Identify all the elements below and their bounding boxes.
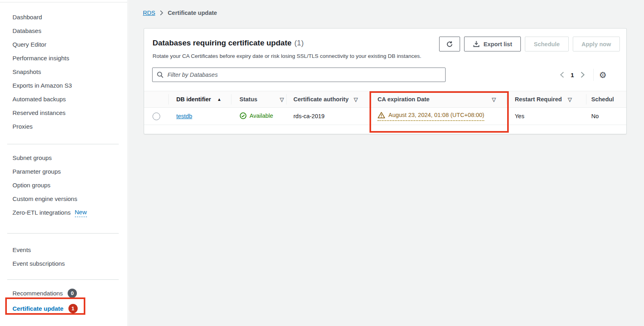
sidebar-item-label: Zero-ETL integrations [12,206,71,219]
panel-description: Rotate your CA Certificates before expir… [153,53,421,59]
previous-page-button[interactable] [557,70,568,80]
column-header-restart-required[interactable]: Restart Required ▽ [506,91,586,108]
breadcrumb-current: Certificate update [168,10,217,16]
sidebar-top-divider [0,2,127,2]
sidebar-item-event-subscriptions[interactable]: Event subscriptions [0,257,127,271]
filter-bar [152,68,446,82]
expiration-text: August 23, 2024, 01:08 (UTC+08:00) [388,112,484,118]
sidebar-item-reserved-instances[interactable]: Reserved instances [0,106,127,120]
column-label: CA expiration Date [378,96,429,103]
sidebar-divider [7,279,119,280]
chevron-right-icon [580,72,585,78]
column-label: Restart Required [515,96,562,103]
status-cell: Available [239,112,273,119]
sidebar-item-automated-backups[interactable]: Automated backups [0,92,127,106]
warning-icon [378,112,385,119]
sidebar-item-performance-insights[interactable]: Performance insights [0,51,127,65]
export-list-label: Export list [483,41,512,47]
search-icon [157,71,164,78]
column-label: Schedul [591,96,614,103]
certificate-authority-cell: rds-ca-2019 [286,113,369,119]
sidebar-item-events[interactable]: Events [0,243,127,257]
next-page-button[interactable] [577,70,588,80]
restart-required-cell: Yes [506,113,586,119]
sort-ascending-icon: ▲ [217,97,221,102]
sort-icon: ▽ [354,96,358,103]
sidebar-item-proxies[interactable]: Proxies [0,120,127,133]
sidebar-item-snapshots[interactable]: Snapshots [0,65,127,79]
table-settings-gear-icon[interactable]: ⚙ [599,71,607,79]
main-content: RDS Certificate update Databases requiri… [128,0,644,326]
column-label: Certificate authority [293,96,349,103]
new-badge[interactable]: New [75,208,87,217]
db-identifier-link[interactable]: testdb [176,113,192,119]
sidebar-divider [7,144,119,144]
sidebar-item-recommendations[interactable]: Recommendations 0 [0,286,127,300]
filter-input[interactable] [152,68,446,82]
table-row: testdb Available rds-ca-2019 [144,108,626,125]
sidebar-item-subnet-groups[interactable]: Subnet groups [0,151,127,165]
panel-actions: Export list Schedule Apply now [439,37,620,51]
certificate-update-count-badge: 1 [68,304,78,313]
sidebar-item-zero-etl-integrations[interactable]: Zero-ETL integrations New [0,206,127,219]
scheduled-cell: No [586,113,626,119]
breadcrumb: RDS Certificate update [143,10,217,16]
sort-icon: ▽ [568,96,572,103]
page-number[interactable]: 1 [571,72,574,78]
sidebar-item-certificate-update[interactable]: Certificate update 1 [0,300,127,317]
column-header-db-identifier[interactable]: DB identifier ▲ [168,91,231,108]
sidebar-item-query-editor[interactable]: Query Editor [0,38,127,51]
sidebar-item-option-groups[interactable]: Option groups [0,178,127,192]
certificate-update-panel: Databases requiring certificate update(1… [144,28,627,134]
sidebar-item-label: Recommendations [12,290,63,297]
refresh-icon [446,41,453,48]
panel-count: (1) [294,39,303,47]
select-all-column [144,91,168,108]
pagination: 1 ⚙ [557,68,607,82]
ca-expiration-cell[interactable]: August 23, 2024, 01:08 (UTC+08:00) [378,112,484,121]
sidebar-divider [7,233,119,234]
breadcrumb-rds-link[interactable]: RDS [143,10,155,16]
sidebar-item-parameter-groups[interactable]: Parameter groups [0,165,127,178]
sort-icon: ▽ [492,96,496,103]
apply-now-button[interactable]: Apply now [573,37,620,51]
schedule-button[interactable]: Schedule [525,37,568,51]
chevron-left-icon [560,72,564,78]
breadcrumb-chevron-icon [160,10,163,16]
status-text: Available [250,113,273,119]
refresh-button[interactable] [439,37,460,51]
column-header-scheduled[interactable]: Schedul [586,91,626,108]
sidebar: Dashboard Databases Query Editor Perform… [0,0,128,326]
column-header-status[interactable]: Status ▽ [231,91,286,108]
check-circle-icon [239,112,247,119]
sidebar-item-exports-s3[interactable]: Exports in Amazon S3 [0,79,127,92]
recommendations-count-badge: 0 [68,289,77,298]
databases-table: DB identifier ▲ Status ▽ Certificate aut… [144,91,626,125]
sidebar-nav: Dashboard Databases Query Editor Perform… [0,10,127,317]
download-icon [473,41,480,47]
sort-icon: ▽ [280,96,284,103]
panel-title-text: Databases requiring certificate update [153,39,291,47]
row-select-radio[interactable] [153,113,160,120]
panel-title: Databases requiring certificate update(1… [153,39,304,47]
export-list-button[interactable]: Export list [464,37,521,51]
column-header-certificate-authority[interactable]: Certificate authority ▽ [286,91,369,108]
column-header-ca-expiration-date[interactable]: CA expiration Date ▽ [369,91,506,108]
sidebar-item-label: Certificate update [12,305,64,312]
column-label: DB identifier [176,96,211,103]
sidebar-item-databases[interactable]: Databases [0,24,127,38]
pagination-divider [593,69,594,81]
column-label: Status [239,96,257,103]
sidebar-item-dashboard[interactable]: Dashboard [0,10,127,24]
sidebar-item-custom-engine-versions[interactable]: Custom engine versions [0,192,127,206]
table-header-row: DB identifier ▲ Status ▽ Certificate aut… [144,91,626,108]
